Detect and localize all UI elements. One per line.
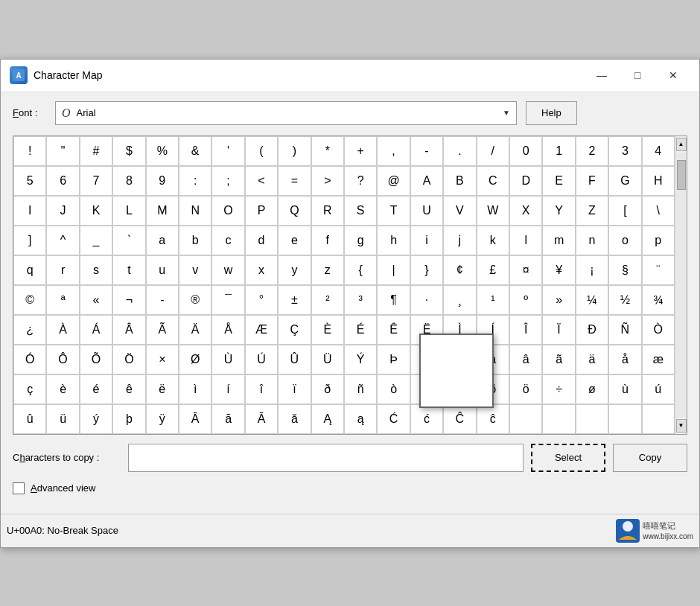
character-cell[interactable]: 3 [608,136,641,166]
character-cell[interactable]: Ą [311,404,344,434]
character-cell[interactable]: V [443,196,476,226]
character-cell[interactable]: á [477,345,509,374]
character-cell[interactable]: º [509,285,542,315]
character-cell[interactable]: # [80,136,112,166]
character-cell[interactable]: q [13,255,46,285]
character-cell[interactable]: õ [477,374,509,404]
character-cell[interactable] [642,404,675,434]
character-cell[interactable]: » [542,285,575,315]
character-cell[interactable]: ô [443,374,476,404]
character-cell[interactable]: ^ [46,226,79,255]
character-cell[interactable]: é [80,374,112,404]
character-cell[interactable]: Ý [344,345,377,374]
character-cell[interactable]: × [146,345,179,374]
character-cell[interactable]: ó [410,374,443,404]
help-button[interactable]: Help [526,101,577,125]
character-cell[interactable]: f [311,226,344,255]
character-cell[interactable]: È [311,315,344,345]
character-cell[interactable]: ¾ [642,285,675,315]
scroll-up-arrow[interactable]: ▲ [676,138,687,151]
character-cell[interactable]: í [211,374,244,404]
character-cell[interactable]: 5 [13,166,46,196]
character-cell[interactable]: ă [278,404,311,434]
character-cell[interactable]: s [80,255,112,285]
character-cell[interactable]: Á [80,315,112,345]
character-cell[interactable]: { [344,255,377,285]
character-cell[interactable]: : [179,166,211,196]
character-cell[interactable]: m [542,226,575,255]
character-cell[interactable]: k [477,226,509,255]
character-cell[interactable]: ¯ [211,285,244,315]
character-cell[interactable]: * [311,136,344,166]
character-cell[interactable]: @ [377,166,410,196]
character-cell[interactable]: | [377,255,410,285]
maximize-button[interactable]: □ [620,63,655,87]
character-cell[interactable]: W [477,196,509,226]
character-cell[interactable]: Ã [146,315,179,345]
character-cell[interactable]: n [576,226,608,255]
chars-to-copy-input[interactable] [128,444,524,472]
character-cell[interactable]: [ [608,196,641,226]
character-cell[interactable]: Ð [576,315,608,345]
character-cell[interactable]: ĉ [477,404,509,434]
character-cell[interactable]: ñ [344,374,377,404]
character-cell[interactable]: . [443,136,476,166]
character-cell[interactable]: æ [642,345,675,374]
character-cell[interactable]: ¨ [642,255,675,285]
character-cell[interactable]: Ò [642,315,675,345]
character-cell[interactable]: l [509,226,542,255]
character-cell[interactable]: 6 [46,166,79,196]
character-cell[interactable]: Ĉ [443,404,476,434]
character-cell[interactable]: Ø [179,345,211,374]
character-cell[interactable]: À [46,315,79,345]
character-cell[interactable]: D [509,166,542,196]
character-cell[interactable]: , [377,136,410,166]
character-cell[interactable]: Ā [179,404,211,434]
character-cell[interactable]: ć [410,404,443,434]
character-cell[interactable]: Þ [377,345,410,374]
font-dropdown[interactable]: O Arial ▼ [55,101,517,125]
character-cell[interactable]: p [642,226,675,255]
character-cell[interactable]: © [13,285,46,315]
character-cell[interactable]: Ë [410,315,443,345]
character-cell[interactable]: C [477,166,509,196]
character-cell[interactable]: ÷ [542,374,575,404]
character-cell[interactable]: ` [112,226,145,255]
character-cell[interactable]: F [576,166,608,196]
character-cell[interactable]: Ă [245,404,278,434]
character-cell[interactable]: þ [112,404,145,434]
character-cell[interactable]: 8 [112,166,145,196]
character-cell[interactable]: ä [576,345,608,374]
character-cell[interactable]: Í [477,315,509,345]
character-cell[interactable]: ð [311,374,344,404]
character-cell[interactable]: ß [410,345,443,374]
character-cell[interactable]: - [410,136,443,166]
character-cell[interactable]: z [311,255,344,285]
character-cell[interactable]: ā [211,404,244,434]
character-cell[interactable]: Æ [245,315,278,345]
character-cell[interactable]: ¿ [13,315,46,345]
character-cell[interactable]: M [146,196,179,226]
character-cell[interactable]: ! [13,136,46,166]
character-cell[interactable]: S [344,196,377,226]
character-cell[interactable]: X [509,196,542,226]
advanced-view-checkbox[interactable] [13,482,25,494]
character-cell[interactable]: Ñ [608,315,641,345]
character-cell[interactable]: Â [112,315,145,345]
character-cell[interactable]: Î [509,315,542,345]
character-cell[interactable]: Ê [377,315,410,345]
scroll-down-arrow[interactable]: ▼ [676,419,687,433]
character-cell[interactable]: ± [278,285,311,315]
scroll-thumb[interactable] [677,160,686,190]
character-cell[interactable]: \ [642,196,675,226]
character-cell[interactable]: ý [80,404,112,434]
character-cell[interactable]: ' [211,136,244,166]
character-cell[interactable]: É [344,315,377,345]
character-cell[interactable]: ù [608,374,641,404]
character-cell[interactable]: ¥ [542,255,575,285]
copy-button[interactable]: Copy [613,444,687,472]
character-cell[interactable]: R [311,196,344,226]
character-cell[interactable]: 4 [642,136,675,166]
character-cell[interactable]: § [608,255,641,285]
character-cell[interactable]: < [245,166,278,196]
